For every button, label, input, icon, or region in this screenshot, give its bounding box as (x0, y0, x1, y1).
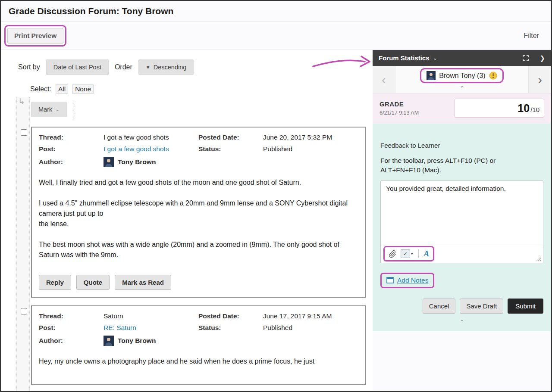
post-checkbox[interactable] (21, 129, 27, 136)
post-label: Post: (39, 145, 104, 153)
needs-grading-icon (489, 72, 497, 80)
quote-button[interactable]: Quote (76, 275, 110, 290)
previous-student-icon[interactable]: ‹ (373, 66, 395, 93)
posted-date-value: June 17, 2017 9:15 AM (263, 312, 358, 320)
status-value: Published (263, 324, 358, 332)
thread-value: Saturn (104, 312, 198, 320)
author-label: Author: (39, 337, 104, 345)
sort-by-button[interactable]: Date of Last Post (46, 59, 109, 75)
post-row: Thread: Saturn Posted Date: June 17, 201… (16, 305, 373, 385)
dotted-divider (73, 100, 73, 119)
feedback-editor[interactable]: You provided great, detailed information… (381, 181, 543, 245)
grade-date: 6/21/17 9:13 AM (380, 110, 449, 116)
text-style-icon[interactable]: A (424, 249, 430, 258)
post-checkbox[interactable] (21, 308, 27, 314)
sort-bar: Sort by Date of Last Post Order ▼ Descen… (16, 59, 373, 75)
collapse-panel-icon[interactable]: ❯ (539, 54, 545, 62)
avatar (104, 336, 114, 346)
mark-as-read-button[interactable]: Mark as Read (115, 275, 171, 290)
add-notes-row: Add Notes (380, 273, 543, 288)
toolbar-annotation: ✓ ▾ A (383, 246, 434, 261)
author-cell: Tony Brown (104, 336, 198, 346)
feedback-editor-container: You provided great, detailed information… (380, 180, 543, 263)
author-cell: Tony Brown (104, 157, 198, 167)
print-preview-annotation: Print Preview (4, 25, 66, 47)
toolbar-divider (418, 249, 419, 258)
post-title-link[interactable]: RE: Saturn (104, 324, 198, 332)
avatar (427, 71, 436, 80)
student-name[interactable]: Brown Tony (3) (439, 72, 485, 80)
status-value: Published (263, 145, 358, 153)
next-student-icon[interactable]: › (529, 66, 551, 93)
panel-title: Forum Statistics (379, 54, 430, 62)
action-bar: Print Preview Filter (1, 22, 551, 50)
toolbar-hint: For the toolbar, press ALT+F10 (PC) or A… (380, 156, 523, 175)
grade-label: GRADE (380, 100, 449, 108)
chevron-down-icon[interactable]: ⌄ (433, 55, 438, 61)
panel-buttons: Cancel Save Draft Submit (380, 299, 543, 314)
author-name: Tony Brown (118, 337, 156, 345)
posted-date-value: June 20, 2017 5:32 PM (263, 134, 358, 141)
student-dropdown-icon[interactable]: ⌄ (460, 84, 464, 88)
print-preview-button[interactable]: Print Preview (7, 28, 63, 44)
grade-max: /10 (530, 106, 539, 113)
expand-icon[interactable] (522, 55, 529, 62)
feedback-section: Feedback to Learner For the toolbar, pre… (373, 124, 551, 331)
mark-label: Mark (38, 106, 52, 113)
status-label: Status: (198, 145, 263, 153)
thread-label: Thread: (39, 134, 104, 141)
grade-meta: GRADE 6/21/17 9:13 AM (380, 100, 449, 116)
post-row: Thread: I got a few good shots Posted Da… (16, 127, 373, 298)
thread-value: I got a few good shots (104, 134, 198, 141)
chevron-down-icon: ⌄ (55, 106, 60, 112)
reply-elbow-icon: ↳ (18, 96, 25, 106)
add-notes-link[interactable]: Add Notes (397, 277, 428, 284)
select-label: Select: (30, 85, 51, 93)
collapse-section-icon[interactable]: ⌃ (380, 319, 543, 325)
select-bar: Select: All None (16, 84, 373, 94)
cancel-button[interactable]: Cancel (423, 299, 456, 314)
filter-link[interactable]: Filter (524, 32, 539, 40)
author-name: Tony Brown (118, 158, 156, 166)
posted-date-label: Posted Date: (198, 312, 263, 320)
post-paragraph: I used a 4.5" zhummell eclipse telescope… (39, 198, 358, 229)
post-select-cell (16, 127, 31, 298)
mark-row: ↳ Mark ⌄ (16, 100, 373, 119)
attach-icon[interactable] (389, 250, 397, 258)
grade-value: 10 (518, 99, 530, 117)
select-none-link[interactable]: None (72, 84, 94, 94)
submit-button[interactable]: Submit (508, 299, 543, 314)
sort-by-value: Date of Last Post (53, 64, 101, 71)
post-card: Thread: I got a few good shots Posted Da… (31, 127, 366, 298)
panel-filler (373, 331, 551, 391)
post-title-link[interactable]: I got a few good shots (104, 145, 198, 153)
reply-button[interactable]: Reply (39, 275, 71, 290)
forum-content: Sort by Date of Last Post Order ▼ Descen… (1, 50, 373, 391)
status-label: Status: (198, 324, 263, 332)
author-label: Author: (39, 158, 104, 166)
note-icon (386, 277, 394, 283)
post-actions: Reply Quote Mark as Read (39, 275, 358, 290)
post-meta: Thread: Saturn Posted Date: June 17, 201… (39, 312, 358, 346)
grade-input[interactable]: 10 /10 (455, 99, 544, 118)
posted-date-label: Posted Date: (198, 134, 263, 141)
page: Grade Discussion Forum: Tony Brown Print… (0, 0, 552, 392)
mark-button[interactable]: Mark ⌄ (31, 102, 67, 117)
post-card: Thread: Saturn Posted Date: June 17, 201… (31, 305, 366, 385)
resize-handle[interactable] (536, 255, 541, 261)
select-all-link[interactable]: All (56, 84, 68, 94)
student-navigation: ‹ Brown Tony (3) (373, 66, 551, 93)
save-draft-button[interactable]: Save Draft (460, 299, 503, 314)
page-header: Grade Discussion Forum: Tony Brown (1, 1, 551, 22)
add-notes-annotation: Add Notes (380, 273, 434, 288)
post-paragraph: The best moon shot was with a wide angle… (39, 240, 358, 260)
post-paragraph: Well, I finally tried and got a few good… (39, 177, 358, 188)
order-button[interactable]: ▼ Descending (138, 59, 194, 75)
post-body: Hey, my uncle owns a photography place a… (39, 356, 358, 367)
grade-section: GRADE 6/21/17 9:13 AM 10 /10 (373, 93, 551, 124)
student-selector: Brown Tony (3) ⌄ (395, 66, 529, 93)
spellcheck-icon[interactable]: ✓ ▾ (401, 249, 413, 258)
dropdown-caret-icon: ▾ (411, 252, 413, 256)
avatar (104, 157, 114, 167)
order-label: Order (115, 63, 132, 71)
